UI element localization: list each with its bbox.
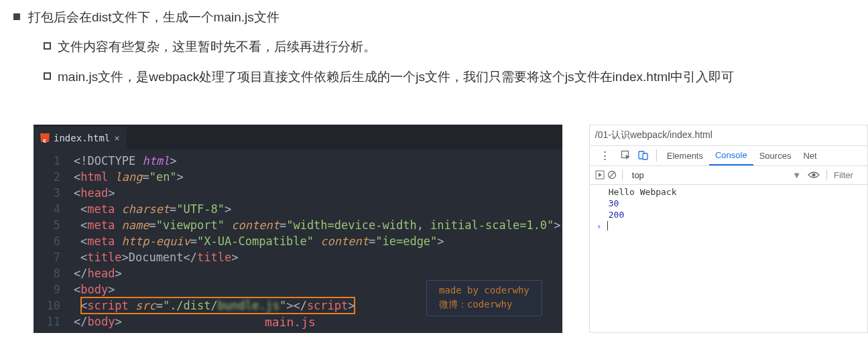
svg-point-6	[812, 174, 816, 177]
bullet-text: 打包后会在dist文件下，生成一个main.js文件	[28, 7, 280, 28]
close-icon[interactable]: ×	[114, 130, 119, 146]
bullet-level1: 打包后会在dist文件下，生成一个main.js文件	[13, 7, 868, 28]
code-editor: index.html × 1 2 3 4 5 6 7 8 9 10 11	[34, 125, 562, 333]
bullet-level2: main.js文件，是webpack处理了项目直接文件依赖后生成的一个js文件，…	[44, 66, 868, 88]
filter-input[interactable]	[834, 170, 867, 180]
editor-tab-bar: index.html ×	[34, 127, 562, 149]
code-line: <title>Document</title>	[74, 249, 562, 265]
code-line: <head>	[74, 185, 562, 201]
context-selector[interactable]: top	[628, 170, 648, 180]
hollow-square-bullet-icon	[44, 72, 51, 80]
devtools-tab-bar: ⋮ Elements Console Sources Net	[590, 146, 867, 166]
console-toolbar: top ▼	[590, 166, 867, 185]
tab-elements[interactable]: Elements	[661, 145, 709, 165]
dropdown-caret-icon[interactable]: ▼	[788, 170, 805, 180]
html5-icon	[40, 133, 50, 143]
play-icon[interactable]	[595, 170, 605, 180]
console-log-line: Hello Webpack	[590, 186, 867, 198]
bullet-text: main.js文件，是webpack处理了项目直接文件依赖后生成的一个js文件，…	[58, 66, 734, 88]
code-line: <!DOCTYPE html>	[74, 153, 562, 169]
device-toggle-icon[interactable]	[635, 150, 652, 161]
kebab-menu-icon[interactable]: ⋮	[593, 149, 617, 163]
prompt-arrow-icon: ›	[597, 221, 602, 231]
bullet-text: 文件内容有些复杂，这里暂时先不看，后续再进行分析。	[58, 36, 376, 58]
live-expression-icon[interactable]	[808, 170, 820, 180]
tab-console[interactable]: Console	[709, 145, 753, 165]
mainjs-annotation: main.js	[265, 314, 316, 330]
tab-filename: index.html	[54, 130, 110, 146]
separator	[622, 170, 623, 180]
console-log-line: 30	[590, 198, 867, 209]
watermark: made by coderwhy 微博：coderwhy	[426, 280, 542, 316]
console-output: Hello Webpack 30 200 ›	[590, 185, 867, 236]
code-line: <meta http-equiv="X-UA-Compatible" conte…	[74, 233, 562, 249]
console-prompt[interactable]: ›	[590, 220, 867, 232]
svg-line-5	[609, 172, 615, 178]
hollow-square-bullet-icon	[44, 42, 51, 50]
separator	[656, 149, 657, 161]
line-number-gutter: 1 2 3 4 5 6 7 8 9 10 11	[34, 149, 74, 333]
code-line: <html lang="en">	[74, 169, 562, 185]
clear-console-icon[interactable]	[607, 170, 617, 180]
separator	[826, 170, 827, 180]
cursor	[607, 221, 608, 230]
editor-tab-active[interactable]: index.html ×	[34, 127, 127, 149]
code-lines[interactable]: <!DOCTYPE html> <html lang="en"> <head> …	[74, 149, 562, 333]
code-area: 1 2 3 4 5 6 7 8 9 10 11 <!DOCTYPE html> …	[34, 149, 562, 333]
square-bullet-icon	[13, 13, 20, 20]
svg-rect-2	[643, 153, 647, 159]
bullet-level2: 文件内容有些复杂，这里暂时先不看，后续再进行分析。	[44, 36, 868, 58]
code-line: </head>	[74, 265, 562, 281]
url-bar: /01-认识webpack/index.html	[590, 125, 867, 146]
console-log-line: 200	[590, 209, 867, 220]
tab-network[interactable]: Net	[797, 145, 822, 165]
tab-sources[interactable]: Sources	[753, 145, 798, 165]
code-line: <meta charset="UTF-8">	[74, 201, 562, 217]
code-line: <meta name="viewport" content="width=dev…	[74, 217, 562, 233]
inspect-element-icon[interactable]	[617, 150, 635, 161]
devtools-panel: /01-认识webpack/index.html ⋮ Elements Cons…	[589, 125, 868, 333]
